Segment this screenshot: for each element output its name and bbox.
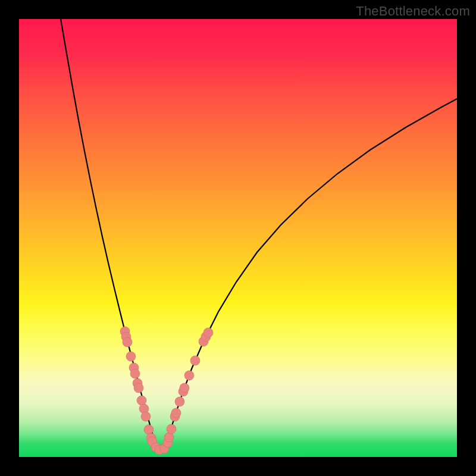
curve-marker — [130, 369, 140, 378]
curve-marker — [190, 356, 200, 365]
curve-marker — [134, 383, 143, 393]
curve-marker — [167, 424, 176, 434]
curve-group — [61, 19, 457, 449]
curve-markers — [120, 327, 213, 455]
curve-marker — [144, 425, 154, 434]
plot-area — [19, 19, 457, 457]
curve-marker — [171, 408, 181, 418]
curve-marker — [184, 371, 194, 380]
chart-svg — [19, 19, 457, 457]
watermark-text: TheBottleneck.com — [356, 4, 470, 19]
curve-marker — [137, 396, 146, 405]
curve-marker — [126, 352, 136, 361]
curve-right-branch — [167, 99, 457, 444]
curve-marker — [164, 433, 174, 442]
curve-marker — [175, 397, 184, 406]
curve-marker — [123, 337, 132, 347]
curve-marker — [180, 383, 189, 393]
curve-marker — [203, 328, 213, 337]
chart-frame: TheBottleneck.com — [0, 0, 476, 476]
curve-marker — [141, 412, 151, 421]
